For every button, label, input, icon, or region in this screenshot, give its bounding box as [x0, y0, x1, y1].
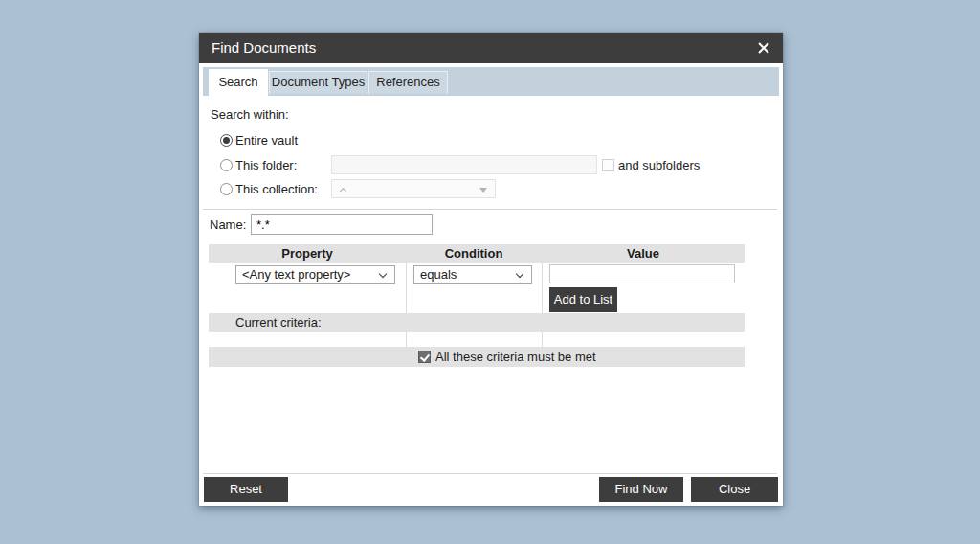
- close-icon[interactable]: [753, 37, 774, 58]
- chevron-down-icon: [379, 270, 387, 278]
- dialog-title: Find Documents: [212, 33, 316, 63]
- all-criteria-checkbox[interactable]: [418, 351, 431, 363]
- criteria-table: Property Condition Value <Any text prope…: [209, 244, 745, 367]
- find-now-button[interactable]: Find Now: [599, 477, 683, 502]
- section-divider: [203, 209, 777, 210]
- condition-select[interactable]: equals: [413, 265, 532, 284]
- column-header-condition: Condition: [406, 244, 542, 263]
- property-select[interactable]: <Any text property>: [235, 265, 395, 284]
- column-separator: [406, 332, 407, 347]
- current-criteria-label: Current criteria:: [235, 313, 322, 332]
- close-button[interactable]: Close: [691, 477, 778, 502]
- subfolders-checkbox[interactable]: [602, 159, 614, 171]
- search-within-label: Search within:: [211, 107, 289, 122]
- column-header-property: Property: [209, 244, 406, 263]
- name-label: Name:: [210, 217, 246, 232]
- column-separator: [542, 263, 543, 313]
- tab-strip: Search Document Types References: [203, 67, 779, 96]
- footer-divider: [203, 473, 777, 474]
- property-select-value: <Any text property>: [242, 267, 350, 282]
- value-input[interactable]: [549, 264, 735, 283]
- subfolders-checkbox-label[interactable]: and subfolders: [618, 158, 700, 172]
- all-criteria-checkbox-label[interactable]: All these criteria must be met: [435, 347, 596, 367]
- folder-path-input[interactable]: [331, 155, 597, 174]
- radio-this-folder-label[interactable]: This folder:: [235, 158, 297, 172]
- radio-this-collection[interactable]: [220, 183, 233, 195]
- collection-icon: [340, 188, 346, 194]
- chevron-down-icon: [516, 270, 523, 278]
- name-input[interactable]: [251, 214, 433, 235]
- column-separator: [406, 263, 407, 313]
- radio-entire-vault[interactable]: [220, 134, 233, 147]
- column-separator: [542, 332, 543, 347]
- column-header-value: Value: [542, 244, 745, 263]
- condition-select-value: equals: [420, 267, 457, 282]
- add-to-list-button[interactable]: Add to List: [549, 287, 617, 312]
- radio-entire-vault-label[interactable]: Entire vault: [235, 133, 298, 147]
- tab-document-types[interactable]: Document Types: [269, 71, 368, 94]
- radio-this-folder[interactable]: [220, 159, 233, 171]
- dialog-titlebar[interactable]: Find Documents: [199, 33, 783, 63]
- tab-references[interactable]: References: [368, 71, 448, 94]
- reset-button[interactable]: Reset: [204, 477, 288, 502]
- collection-dropdown[interactable]: [331, 179, 496, 198]
- tab-search[interactable]: Search: [209, 69, 268, 96]
- radio-this-collection-label[interactable]: This collection:: [235, 182, 318, 196]
- find-documents-dialog: Find Documents Search Document Types Ref…: [199, 33, 783, 506]
- dropdown-arrow-icon: [479, 188, 487, 193]
